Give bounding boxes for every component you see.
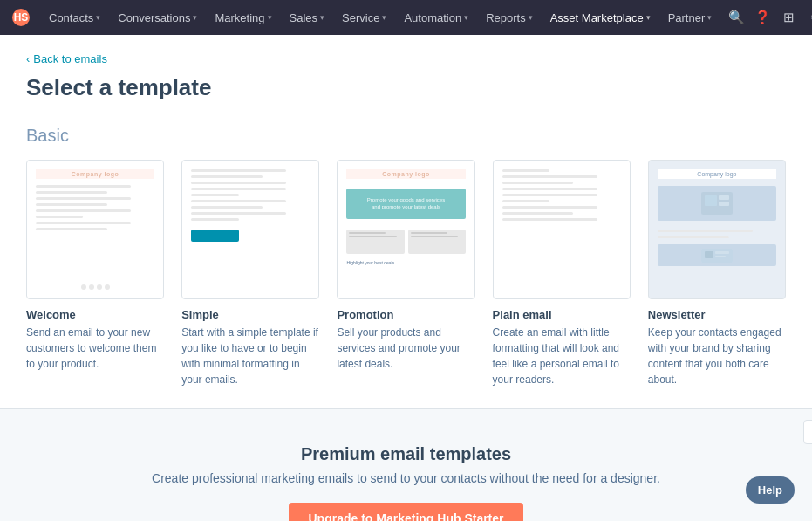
nav-partner[interactable]: Partner ▾ — [661, 8, 720, 28]
chevron-down-icon: ▾ — [193, 13, 197, 22]
premium-section: R Premium email templates Create profess… — [0, 409, 812, 521]
chevron-down-icon: ▾ — [464, 13, 468, 22]
chevron-down-icon: ▾ — [646, 13, 651, 22]
template-desc-promotion: Sell your products and services and prom… — [337, 325, 474, 372]
template-welcome[interactable]: Company logo — [26, 160, 164, 387]
premium-badge-icon[interactable]: R — [803, 420, 812, 444]
page-content: ‹ Back to emails Select a template Basic… — [0, 35, 812, 387]
nav-automation[interactable]: Automation ▾ — [397, 8, 475, 28]
back-link[interactable]: ‹ Back to emails — [26, 52, 786, 65]
template-thumb-newsletter[interactable]: Company logo — [648, 160, 786, 299]
template-thumb-welcome[interactable]: Company logo — [26, 160, 164, 299]
template-newsletter[interactable]: Company logo — [648, 160, 786, 387]
page-title: Select a template — [26, 74, 786, 101]
chevron-down-icon: ▾ — [382, 13, 386, 22]
nav-service[interactable]: Service ▾ — [335, 8, 393, 28]
premium-title: Premium email templates — [0, 444, 812, 464]
svg-rect-9 — [715, 256, 726, 257]
nav-marketing[interactable]: Marketing ▾ — [208, 8, 278, 28]
help-button[interactable]: Help — [746, 476, 795, 504]
template-name-newsletter: Newsletter — [648, 308, 786, 321]
template-promotion[interactable]: Company logo Promote your goods and serv… — [337, 160, 474, 387]
hubspot-logo[interactable]: HS — [10, 7, 31, 28]
search-button[interactable]: 🔍 — [726, 5, 747, 30]
chevron-down-icon: ▾ — [529, 13, 533, 22]
template-simple[interactable]: Simple Start with a simple template if y… — [181, 160, 319, 387]
settings-icon-btn[interactable]: ⚙ — [805, 5, 812, 30]
template-desc-welcome: Send an email to your new customers to w… — [26, 325, 164, 372]
nav-conversations[interactable]: Conversations ▾ — [111, 8, 204, 28]
chevron-down-icon: ▾ — [707, 13, 712, 22]
svg-rect-5 — [719, 202, 729, 206]
template-grid: Company logo — [26, 160, 786, 387]
chevron-down-icon: ▾ — [96, 13, 100, 22]
section-label-basic: Basic — [26, 126, 786, 146]
svg-rect-3 — [705, 195, 717, 206]
help-icon-btn[interactable]: ❓ — [753, 5, 774, 30]
template-thumb-simple[interactable] — [181, 160, 319, 299]
template-name-simple: Simple — [181, 308, 319, 321]
template-thumb-plain[interactable] — [493, 160, 631, 299]
basic-section: Basic Company logo — [26, 126, 786, 387]
template-desc-plain: Create an email with little formatting t… — [493, 325, 631, 387]
svg-text:HS: HS — [14, 11, 29, 24]
svg-rect-4 — [719, 195, 729, 200]
nav-bar: HS Contacts ▾ Conversations ▾ Marketing … — [0, 0, 812, 35]
premium-desc: Create professional marketing emails to … — [0, 471, 812, 485]
template-desc-simple: Start with a simple template if you like… — [181, 325, 319, 387]
nav-sales[interactable]: Sales ▾ — [283, 8, 332, 28]
template-name-welcome: Welcome — [26, 308, 164, 321]
template-desc-newsletter: Keep your contacts engaged with your bra… — [648, 325, 786, 387]
template-thumb-promotion[interactable]: Company logo Promote your goods and serv… — [337, 160, 474, 299]
chevron-down-icon: ▾ — [268, 13, 272, 22]
nav-asset-marketplace[interactable]: Asset Marketplace ▾ — [543, 8, 658, 28]
marketplace-icon-btn[interactable]: ⊞ — [779, 5, 800, 30]
nav-contacts[interactable]: Contacts ▾ — [42, 8, 107, 28]
upgrade-button[interactable]: Upgrade to Marketing Hub Starter — [289, 503, 522, 521]
svg-rect-7 — [705, 251, 713, 258]
chevron-down-icon: ▾ — [320, 13, 324, 22]
template-name-promotion: Promotion — [337, 308, 474, 321]
nav-reports[interactable]: Reports ▾ — [479, 8, 540, 28]
nav-icon-group: 🔍 ❓ ⊞ ⚙ 🔔 TM Torro Media ▾ — [726, 1, 812, 34]
template-name-plain: Plain email — [493, 308, 631, 321]
template-plain[interactable]: Plain email Create an email with little … — [493, 160, 631, 387]
svg-rect-8 — [715, 251, 729, 254]
chevron-left-icon: ‹ — [26, 52, 30, 65]
